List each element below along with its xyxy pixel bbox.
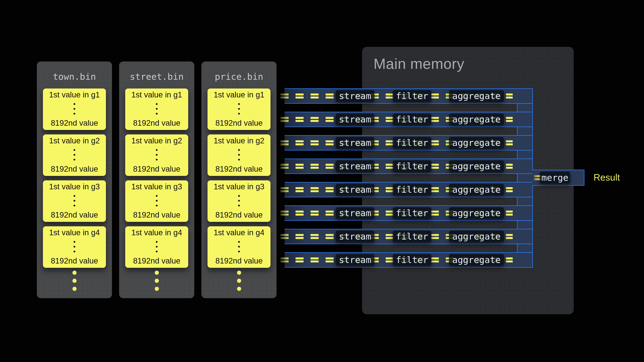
file-name-label: street.bin: [119, 71, 194, 82]
more-groups-dots-icon: [202, 271, 276, 291]
pipeline-row: stream filter aggregate: [284, 182, 532, 197]
stream-box: stream: [336, 90, 374, 102]
file-name-label: town.bin: [37, 71, 112, 82]
group-last-value-label: 8192nd value: [133, 118, 180, 127]
aggregate-box: aggregate: [449, 207, 504, 219]
group-last-value-label: 8192nd value: [51, 118, 98, 127]
value-group-block: 1st value in g2 8192nd value: [125, 134, 188, 176]
stream-box: stream: [336, 184, 374, 196]
pipeline-gap: [284, 244, 518, 252]
value-group-block: 1st value in g2 8192nd value: [43, 134, 106, 176]
aggregate-box: aggregate: [449, 160, 504, 172]
filter-box: filter: [393, 254, 432, 266]
group-first-value-label: 1st value in g4: [214, 228, 264, 237]
stream-box: stream: [336, 160, 374, 172]
pipeline-row: stream filter aggregate: [284, 205, 532, 221]
value-group-block: 1st value in g4 8192nd value: [43, 226, 106, 268]
filter-box: filter: [393, 137, 432, 149]
filter-box: filter: [393, 160, 432, 172]
group-first-value-label: 1st value in g3: [49, 182, 100, 191]
ellipsis-dots-icon: [74, 103, 75, 115]
stream-box: stream: [336, 207, 374, 219]
aggregate-box: aggregate: [449, 113, 504, 125]
filter-box: filter: [393, 90, 432, 102]
pipeline-gap: [284, 104, 518, 112]
pipeline-row: stream filter aggregate: [284, 88, 532, 104]
group-first-value-label: 1st value in g3: [131, 182, 182, 191]
group-last-value-label: 8192nd value: [216, 164, 262, 173]
ellipsis-dots-icon: [156, 103, 158, 115]
group-last-value-label: 8192nd value: [133, 164, 180, 173]
group-last-value-label: 8192nd value: [51, 210, 98, 219]
group-last-value-label: 8192nd value: [133, 256, 180, 265]
stream-box: stream: [336, 231, 374, 242]
stream-box: stream: [336, 137, 374, 149]
value-group-block: 1st value in g1 8192nd value: [125, 88, 188, 130]
aggregate-box: aggregate: [449, 184, 504, 196]
pipeline-gap: [284, 150, 518, 159]
merge-box: merge: [540, 172, 570, 184]
more-groups-dots-icon: [119, 271, 194, 291]
group-last-value-label: 8192nd value: [216, 210, 262, 219]
stream-box: stream: [336, 113, 374, 125]
group-first-value-label: 1st value in g1: [131, 90, 182, 99]
group-first-value-label: 1st value in g3: [214, 182, 264, 191]
pipeline-gap: [284, 221, 518, 229]
filter-box: filter: [393, 231, 432, 242]
pipeline-row: stream filter aggregate: [284, 252, 532, 268]
ellipsis-dots-icon: [238, 195, 240, 206]
value-group-block: 1st value in g2 8192nd value: [208, 134, 270, 176]
group-last-value-label: 8192nd value: [133, 210, 180, 219]
aggregate-box: aggregate: [449, 254, 504, 266]
group-last-value-label: 8192nd value: [51, 256, 98, 265]
more-groups-dots-icon: [37, 271, 112, 291]
ellipsis-dots-icon: [238, 103, 240, 115]
group-first-value-label: 1st value in g2: [131, 136, 182, 145]
ellipsis-dots-icon: [74, 241, 75, 252]
ellipsis-dots-icon: [238, 241, 240, 252]
aggregate-box: aggregate: [449, 137, 504, 149]
file-panel-street: street.bin 1st value in g1 8192nd value …: [119, 61, 194, 298]
value-group-block: 1st value in g4 8192nd value: [125, 226, 188, 268]
pipeline-container: stream filter aggregate stream filter ag…: [284, 88, 533, 268]
file-panel-town: town.bin 1st value in g1 8192nd value 1s…: [37, 61, 112, 298]
ellipsis-dots-icon: [156, 195, 158, 206]
pipeline-row: stream filter aggregate: [284, 159, 532, 174]
ellipsis-dots-icon: [238, 149, 240, 161]
ellipsis-dots-icon: [156, 149, 158, 161]
stream-box: stream: [336, 254, 374, 266]
value-group-block: 1st value in g4 8192nd value: [208, 226, 270, 268]
ellipsis-dots-icon: [156, 241, 158, 252]
pipeline-row: stream filter aggregate: [284, 112, 532, 127]
main-memory-title: Main memory: [374, 55, 464, 72]
group-first-value-label: 1st value in g2: [214, 136, 264, 145]
group-last-value-label: 8192nd value: [216, 256, 262, 265]
aggregate-box: aggregate: [449, 90, 504, 102]
merge-output-strip: merge: [532, 170, 584, 186]
pipeline-gap: [284, 197, 518, 205]
pipeline-row: stream filter aggregate: [284, 229, 532, 244]
filter-box: filter: [393, 207, 432, 219]
file-panel-price: price.bin 1st value in g1 8192nd value 1…: [202, 61, 276, 298]
group-first-value-label: 1st value in g1: [49, 90, 100, 99]
value-group-block: 1st value in g3 8192nd value: [208, 180, 270, 222]
pipeline-gap: [284, 174, 518, 182]
group-first-value-label: 1st value in g4: [49, 228, 100, 237]
value-group-block: 1st value in g3 8192nd value: [43, 180, 106, 222]
diagram-stage: town.bin 1st value in g1 8192nd value 1s…: [0, 0, 644, 362]
ellipsis-dots-icon: [74, 149, 75, 161]
filter-box: filter: [393, 113, 432, 125]
value-group-block: 1st value in g1 8192nd value: [43, 88, 106, 130]
pipeline-gap: [284, 127, 518, 135]
value-group-block: 1st value in g1 8192nd value: [208, 88, 270, 130]
result-label: Result: [594, 172, 620, 183]
group-first-value-label: 1st value in g1: [214, 90, 264, 99]
filter-box: filter: [393, 184, 432, 196]
file-name-label: price.bin: [202, 71, 276, 82]
group-first-value-label: 1st value in g4: [131, 228, 182, 237]
pipeline-row: stream filter aggregate: [284, 135, 532, 150]
ellipsis-dots-icon: [74, 195, 75, 206]
group-first-value-label: 1st value in g2: [49, 136, 100, 145]
value-group-block: 1st value in g3 8192nd value: [125, 180, 188, 222]
group-last-value-label: 8192nd value: [216, 118, 262, 127]
